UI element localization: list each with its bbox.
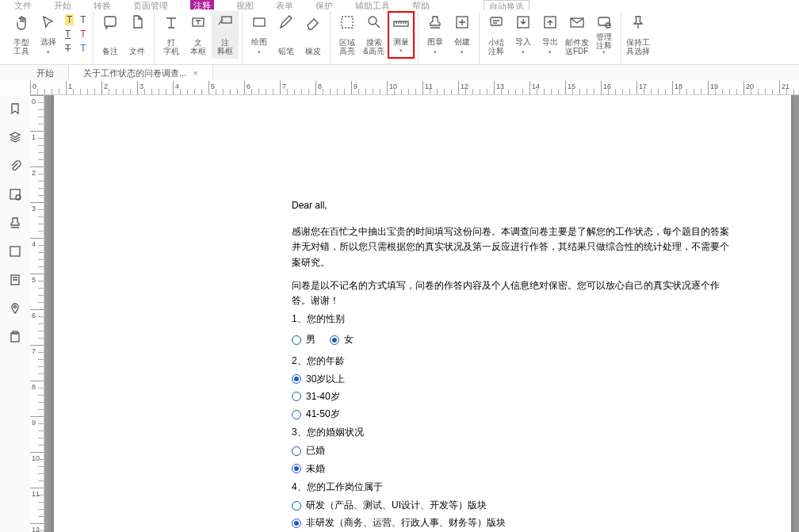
export-icon	[541, 13, 560, 32]
mail-send-button[interactable]: 邮件发送FDF	[564, 11, 591, 59]
replace-text-button[interactable]: T	[80, 29, 86, 40]
workspace: Dear all, 感谢您在百忙之中抽出宝贵的时间填写这份问卷。本调查问卷主要是…	[44, 95, 799, 532]
callout-icon	[216, 13, 235, 32]
svg-rect-16	[10, 247, 20, 256]
pencil-button[interactable]: 铅笔	[273, 11, 300, 59]
file-icon	[128, 13, 147, 32]
comment-icon	[487, 13, 506, 32]
svg-rect-4	[342, 17, 353, 28]
question-1: 1、您的性别	[292, 312, 736, 327]
radio-icon	[292, 374, 301, 384]
horizontal-ruler: 0123456789101112131415161718192021	[30, 81, 799, 95]
q2-option-2[interactable]: 31-40岁	[292, 389, 736, 404]
q2-option-1[interactable]: 30岁以上	[292, 372, 736, 387]
radio-icon	[292, 410, 301, 419]
svg-rect-8	[491, 17, 502, 25]
note-icon	[101, 13, 120, 32]
strike-text-button[interactable]: T	[65, 43, 74, 54]
manage-comments-button[interactable]: 管理注释▾	[591, 11, 617, 59]
menubar: 文件 开始 转换 页面管理 注释 视图 表单 保护 辅助工具 帮助 自动换选	[0, 0, 799, 10]
callout-button[interactable]: 注释框	[212, 11, 239, 59]
tab-document[interactable]: 关于工作状态的问卷调查...×	[69, 65, 213, 81]
stamp-button[interactable]: 图章▾	[422, 11, 449, 59]
textbox-icon	[189, 13, 208, 32]
hand-icon	[12, 13, 31, 32]
layers-icon[interactable]	[8, 130, 22, 144]
wavy-text-button[interactable]: T	[80, 14, 86, 25]
typewriter-icon	[162, 13, 181, 32]
question-2: 2、您的年龄	[292, 354, 736, 369]
export-button[interactable]: 导出▾	[537, 11, 564, 59]
create-stamp-button[interactable]: 创建▾	[449, 11, 476, 59]
menu-item[interactable]: 开始	[54, 0, 71, 10]
signature-icon[interactable]	[8, 244, 22, 258]
menu-item[interactable]: 页面管理	[133, 0, 168, 10]
radio-icon	[292, 392, 301, 401]
svg-point-18	[14, 306, 17, 308]
mini-comment-button[interactable]: 小结注释	[483, 11, 510, 59]
q4-option-1[interactable]: 研发（产品、测试、UI设计、开发等）版块	[292, 498, 736, 513]
intro-paragraph-2: 问卷是以不记名的方式填写，问卷的作答内容及个人信息绝对保密。您可以放心自己的真实…	[292, 278, 736, 308]
note-button[interactable]: 备注	[97, 11, 124, 59]
highlight-text-button[interactable]: T	[65, 14, 74, 25]
q3-option-2[interactable]: 未婚	[292, 461, 736, 477]
menu-item[interactable]: 文件	[14, 0, 32, 10]
svg-rect-2	[222, 17, 231, 23]
intro-paragraph-1: 感谢您在百忙之中抽出宝贵的时间填写这份问卷。本调查问卷主要是了解您的工作状态，每…	[292, 224, 736, 270]
import-icon	[514, 13, 533, 32]
stamp-side-icon[interactable]	[8, 216, 22, 230]
side-nav	[0, 95, 30, 532]
typewriter-button[interactable]: 打字机	[158, 11, 185, 59]
menu-item[interactable]: 注释	[190, 0, 214, 10]
menu-item[interactable]: 表单	[276, 0, 293, 10]
radio-icon	[292, 519, 301, 528]
vertical-ruler: 012345678910111213	[30, 95, 44, 532]
panel-dropdown[interactable]: 自动换选	[484, 0, 529, 10]
q1-option-female[interactable]: 女	[330, 332, 354, 347]
rectangle-icon	[250, 13, 269, 32]
question-4: 4、您的工作岗位属于	[292, 480, 736, 495]
q1-option-male[interactable]: 男	[292, 332, 315, 347]
tab-start[interactable]: 开始	[22, 65, 69, 81]
radio-icon	[292, 501, 301, 511]
menu-item[interactable]: 保护	[315, 0, 333, 10]
page-side-icon[interactable]	[8, 273, 22, 287]
menu-item[interactable]: 辅助工具	[355, 0, 390, 10]
close-tab-icon[interactable]: ×	[193, 68, 197, 78]
svg-point-5	[369, 17, 377, 25]
q3-option-1[interactable]: 已婚	[292, 443, 736, 458]
import-button[interactable]: 导入▾	[510, 11, 537, 59]
mail-icon	[568, 13, 587, 32]
hand-tool-button[interactable]: 手型工具	[8, 11, 35, 59]
pdf-page: Dear all, 感谢您在百忙之中抽出宝贵的时间填写这份问卷。本调查问卷主要是…	[54, 95, 791, 532]
svg-rect-14	[10, 189, 20, 199]
select-button[interactable]: 选择▾	[35, 11, 62, 59]
search-highlight-button[interactable]: 搜索&高亮	[361, 11, 388, 59]
measure-button[interactable]: 测量▾	[388, 11, 415, 59]
create-icon	[453, 13, 472, 32]
q4-option-2[interactable]: 非研发（商务、运营、行政人事、财务等）版块	[292, 515, 736, 530]
location-icon[interactable]	[8, 301, 22, 316]
textbox-button[interactable]: 文本框	[185, 11, 212, 59]
menu-item[interactable]: 转换	[94, 0, 111, 10]
area-highlight-icon	[338, 13, 357, 32]
insert-text-button[interactable]: T	[80, 43, 86, 54]
cursor-icon	[39, 13, 58, 32]
file-attach-button[interactable]: 文件	[124, 11, 151, 59]
draw-button[interactable]: 绘图▾	[246, 11, 273, 59]
attachment-icon[interactable]	[8, 159, 22, 173]
thumbnail-icon[interactable]	[8, 187, 22, 201]
bookmark-icon[interactable]	[8, 101, 22, 116]
area-highlight-button[interactable]: 区域高亮	[334, 11, 361, 59]
underline-text-button[interactable]: T	[65, 29, 74, 40]
q2-option-3[interactable]: 41-50岁	[292, 407, 736, 422]
menu-item[interactable]: 视图	[236, 0, 254, 10]
radio-icon	[330, 335, 339, 345]
keep-selection-button[interactable]: 保持工具选择	[625, 11, 652, 59]
radio-icon	[292, 335, 301, 345]
eraser-button[interactable]: 橡皮	[300, 11, 327, 59]
greeting: Dear all,	[292, 198, 736, 213]
menu-item[interactable]: 帮助	[412, 0, 430, 10]
svg-rect-12	[598, 17, 610, 25]
clipboard-icon[interactable]	[8, 330, 22, 344]
